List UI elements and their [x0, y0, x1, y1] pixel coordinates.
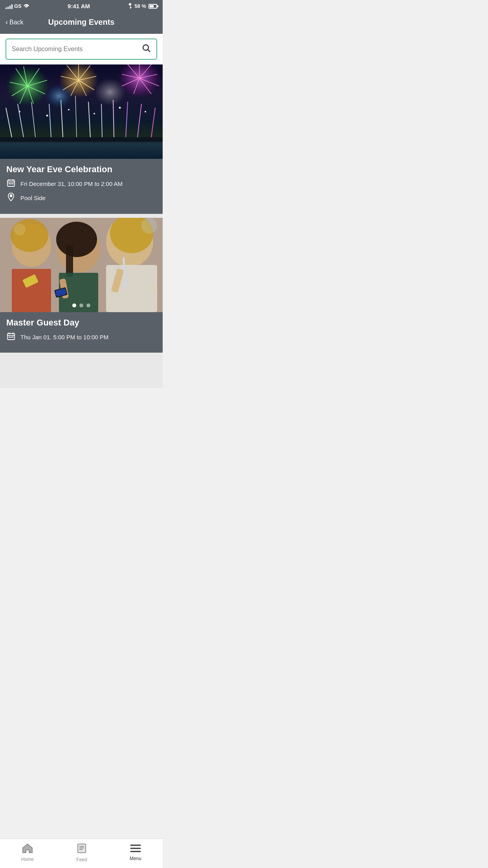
svg-point-0	[143, 45, 149, 50]
svg-line-42	[101, 104, 102, 137]
svg-rect-89	[9, 337, 10, 338]
svg-line-44	[126, 102, 128, 137]
fireworks-svg	[0, 64, 163, 159]
event-info-master-guest: Master Guest Day Thu Jan 01. 5:00 PM to …	[0, 312, 163, 353]
nav-header: ‹ Back Upcoming Events	[0, 12, 163, 34]
svg-rect-90	[11, 337, 12, 338]
party-svg	[0, 218, 163, 312]
wifi-icon	[23, 3, 29, 9]
svg-point-62	[10, 195, 12, 197]
bluetooth-icon	[128, 2, 132, 10]
page-title: Upcoming Events	[48, 18, 115, 27]
svg-line-41	[88, 102, 90, 137]
location-icon	[6, 192, 16, 204]
event-date-text-new-year: Fri December 31, 10:00 PM to 2:00 AM	[20, 180, 123, 187]
events-list: New Year Eve Celebration Fri December 31…	[0, 64, 163, 388]
event-date-text-master-guest: Thu Jan 01. 5:00 PM to 10:00 PM	[20, 334, 108, 340]
status-time: 9:41 AM	[68, 3, 90, 9]
dot-3	[86, 303, 90, 307]
event-image-fireworks	[0, 64, 163, 159]
svg-rect-4	[0, 137, 163, 142]
svg-line-36	[18, 104, 24, 137]
svg-point-50	[94, 113, 95, 114]
signal-bars-icon	[6, 4, 13, 9]
event-card-master-guest[interactable]: Master Guest Day Thu Jan 01. 5:00 PM to …	[0, 218, 163, 353]
svg-rect-59	[9, 183, 10, 184]
party-background	[0, 218, 163, 312]
svg-line-38	[49, 104, 51, 137]
svg-point-54	[94, 78, 126, 106]
event-image-party	[0, 218, 163, 312]
back-label: Back	[9, 19, 24, 26]
back-button[interactable]: ‹ Back	[6, 18, 24, 26]
battery-percent-label: 58 %	[134, 3, 146, 9]
event-date-master-guest: Thu Jan 01. 5:00 PM to 10:00 PM	[6, 332, 156, 342]
svg-line-40	[75, 96, 77, 137]
svg-line-1	[148, 50, 150, 52]
svg-line-45	[138, 104, 141, 137]
svg-rect-84	[0, 218, 163, 312]
search-bar[interactable]	[6, 39, 157, 60]
svg-line-35	[6, 108, 12, 137]
slide-dots	[72, 303, 90, 307]
back-chevron-icon: ‹	[6, 18, 8, 26]
event-location-text-new-year: Pool Side	[20, 195, 46, 201]
svg-point-51	[119, 107, 121, 109]
search-input[interactable]	[12, 46, 141, 53]
svg-line-37	[31, 102, 35, 137]
calendar-icon	[6, 178, 16, 189]
dot-2	[79, 303, 83, 307]
search-button[interactable]	[141, 43, 151, 55]
svg-point-48	[46, 115, 48, 117]
svg-point-53	[45, 84, 73, 108]
svg-point-47	[19, 111, 20, 112]
svg-line-46	[151, 108, 155, 137]
event-info-new-year: New Year Eve Celebration Fri December 31…	[0, 159, 163, 214]
event-location-new-year: Pool Side	[6, 192, 156, 204]
svg-line-43	[113, 100, 114, 137]
event-card-new-year[interactable]: New Year Eve Celebration Fri December 31…	[0, 64, 163, 214]
status-right: 58 %	[128, 2, 157, 10]
event-date-new-year: Fri December 31, 10:00 PM to 2:00 AM	[6, 178, 156, 189]
calendar-icon-2	[6, 332, 16, 342]
svg-point-52	[145, 111, 146, 112]
svg-point-49	[68, 109, 70, 110]
search-container	[0, 34, 163, 64]
svg-rect-91	[12, 337, 13, 338]
status-left: GS	[6, 3, 29, 9]
svg-rect-60	[11, 183, 12, 184]
carrier-label: GS	[14, 3, 22, 9]
fireworks-background	[0, 64, 163, 159]
battery-icon	[149, 4, 157, 9]
status-bar: GS 9:41 AM 58 %	[0, 0, 163, 12]
event-name-master-guest: Master Guest Day	[6, 318, 156, 328]
event-name-new-year: New Year Eve Celebration	[6, 164, 156, 175]
dot-1	[72, 303, 76, 307]
svg-rect-61	[12, 183, 13, 184]
